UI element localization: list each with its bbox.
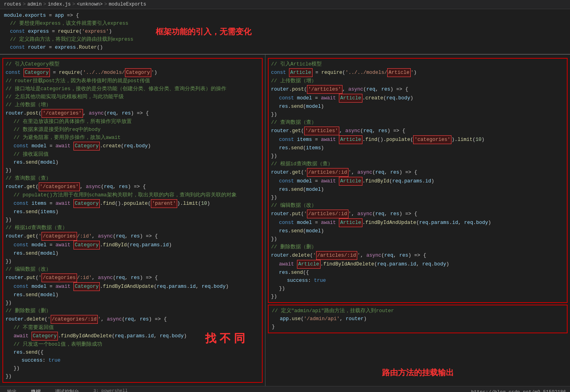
code-line: res.send(items): [6, 208, 259, 216]
code-line: // 删除数据（删）: [271, 243, 564, 251]
code-line: // 根据id查询数据（查）: [6, 224, 259, 232]
code-line: }): [271, 235, 564, 243]
annotation-text: 路由方法的挂载输出: [382, 368, 454, 377]
code-line: res.send(items): [271, 144, 564, 152]
terminal-label: 3: powershell: [90, 387, 131, 392]
breadcrumb-sep: >: [43, 2, 46, 7]
breadcrumb-sep: >: [23, 2, 26, 7]
main-code-area: // 引入Category模型 const Category = require…: [0, 55, 570, 386]
code-line: res.send(model): [271, 227, 564, 235]
mount-annotation: 路由方法的挂载输出: [273, 367, 562, 378]
code-line: const model = await Article.findById(req…: [271, 177, 564, 186]
code-line: // 数据来源是接受到的req中的body: [6, 126, 259, 134]
find-diff-annotation: 找 不 同: [205, 331, 245, 346]
csdn-link[interactable]: https://blog.csdn.net/m0_51592186: [471, 390, 566, 392]
code-line: // 定义路由方法，将我们定义的路由挂载到express: [4, 36, 144, 44]
code-line: // 编辑数据（改）: [6, 265, 259, 273]
code-line: res.send({: [271, 269, 564, 277]
top-annotation: 框架功能的引入，无需变化: [148, 10, 251, 53]
code-line: const items = await Article.find().popul…: [271, 135, 564, 144]
code-line: const model = await Category.findById(re…: [6, 241, 259, 249]
code-line: router.get('/articles/:id', async(req, r…: [271, 168, 564, 177]
code-line: router.get('/categories', async(req, res…: [6, 182, 259, 191]
breadcrumb-item: <unknown>: [77, 2, 103, 7]
code-line: router.get('/articles', async(req, res) …: [271, 127, 564, 135]
code-line: const model = await Article.findByIdAndU…: [271, 218, 564, 227]
code-line: module.exports = app => {: [4, 12, 144, 20]
code-line: // 上传数据（增）: [6, 101, 259, 109]
code-line: }): [271, 152, 564, 160]
code-line: app.use('/admin/api', router): [272, 315, 564, 323]
code-line: success: true: [271, 277, 564, 285]
code-line: // 之后其他功能实现与此模板相同，与此功能平级: [6, 93, 259, 101]
breadcrumb-item: routes: [4, 2, 21, 7]
code-line: }): [6, 372, 259, 380]
code-line: const items = await Category.find().popu…: [6, 199, 259, 208]
code-line: // 定义"admin/api"路由方法，挂载存入到router: [272, 307, 564, 315]
code-line: // 在里边放该接口的具体操作，所有操作完毕放置: [6, 118, 259, 126]
code-line: }): [6, 257, 259, 265]
code-line: success: true: [6, 356, 259, 364]
code-line: // 接收返回值: [6, 150, 259, 158]
breadcrumb-sep: >: [104, 2, 107, 7]
code-line: // 查询数据（查）: [271, 119, 564, 127]
code-line: // 引入Article模型: [271, 60, 564, 68]
code-line: }): [6, 166, 259, 174]
code-line: const Article = require('../../models/Ar…: [271, 68, 564, 77]
code-line: router.post('/articles', async(req, res)…: [271, 85, 564, 94]
code-line: }): [6, 364, 259, 372]
code-line: const model = await Category.findByIdAnd…: [6, 282, 259, 291]
code-line: res.send(model): [6, 158, 259, 166]
tab-terminal[interactable]: 终端: [28, 387, 44, 392]
code-line: router.delete('/categories/:id', async(r…: [6, 315, 259, 324]
code-line: }): [271, 285, 564, 293]
code-line: }): [271, 111, 564, 119]
bottom-panel: 输出 终端 调试控制台 3: powershell https://blog.c…: [0, 386, 570, 392]
breadcrumb-item: admin: [27, 2, 42, 7]
code-line: const model = await Category.create(req.…: [6, 142, 259, 150]
code-line: // 引入Category模型: [6, 60, 259, 68]
code-line: await Article.findByIdAndDelete(req.para…: [271, 260, 564, 269]
code-line: res.send({: [6, 348, 259, 356]
bottom-tabs: 输出 终端 调试控制台 3: powershell: [4, 387, 131, 392]
code-line: res.send(model): [271, 186, 564, 194]
code-line: res.send(model): [6, 249, 259, 257]
code-line: const Category = require('../../models/C…: [6, 68, 259, 77]
breadcrumb-item: index.js: [48, 2, 71, 7]
annotation-text: 框架功能的引入，无需变化: [156, 26, 251, 37]
code-line: // 编辑数据（改）: [271, 202, 564, 210]
code-line: // populate()方法用于在用到schama架构关联时，取出关联的内容，…: [6, 191, 259, 199]
top-code-block: module.exports = app => { // 要想使用express…: [0, 10, 148, 53]
code-line: // 上传数据（增）: [271, 77, 564, 85]
code-line: }: [272, 323, 564, 331]
code-line: const model = await Article.create(req.b…: [271, 94, 564, 103]
code-line: // 为避免阻塞，要用异步操作，故加入await: [6, 134, 259, 142]
tab-output[interactable]: 输出: [4, 387, 20, 392]
left-panel: // 引入Category模型 const Category = require…: [0, 55, 265, 386]
code-line: }): [6, 299, 259, 307]
tab-debug-console[interactable]: 调试控制台: [52, 387, 82, 392]
code-line: res.send(model): [271, 103, 564, 111]
code-line: router.delete('/articles/:id', async(req…: [271, 251, 564, 260]
code-line: // 根据id查询数据（查）: [271, 160, 564, 168]
top-section: module.exports = app => { // 要想使用express…: [0, 9, 570, 55]
code-line: const express = require('express'): [4, 28, 144, 36]
code-line: router.put('/articles/:id', async(req, r…: [271, 210, 564, 218]
breadcrumb: routes > admin > index.js > <unknown> > …: [0, 0, 570, 9]
code-line: }): [271, 293, 564, 301]
code-line: // 接口地址是categories，接收的是分类功能（创建分类、修改分类、查询…: [6, 85, 259, 93]
code-line: router.get('/categories/:id', async(req,…: [6, 232, 259, 241]
right-code-section: // 引入Article模型 const Article = require('…: [268, 58, 568, 303]
code-line: const router = express.Router(): [4, 44, 144, 51]
breadcrumb-item: moduleExports: [109, 2, 146, 7]
code-line: res.send(model): [6, 291, 259, 299]
right-bottom-section: // 定义"admin/api"路由方法，挂载存入到router app.use…: [268, 305, 568, 333]
code-line: // 查询数据（查）: [6, 174, 259, 182]
code-line: }): [271, 194, 564, 202]
code-line: // router挂载post方法，因为表单传值时用的就是post传值: [6, 77, 259, 85]
code-line: // 要想使用express，该文件就需要引入express: [4, 20, 144, 28]
code-line: router.post('/categories', async(req, re…: [6, 109, 259, 118]
breadcrumb-sep: >: [72, 2, 75, 7]
code-line: }): [6, 216, 259, 224]
code-line: // 删除数据（删）: [6, 307, 259, 315]
